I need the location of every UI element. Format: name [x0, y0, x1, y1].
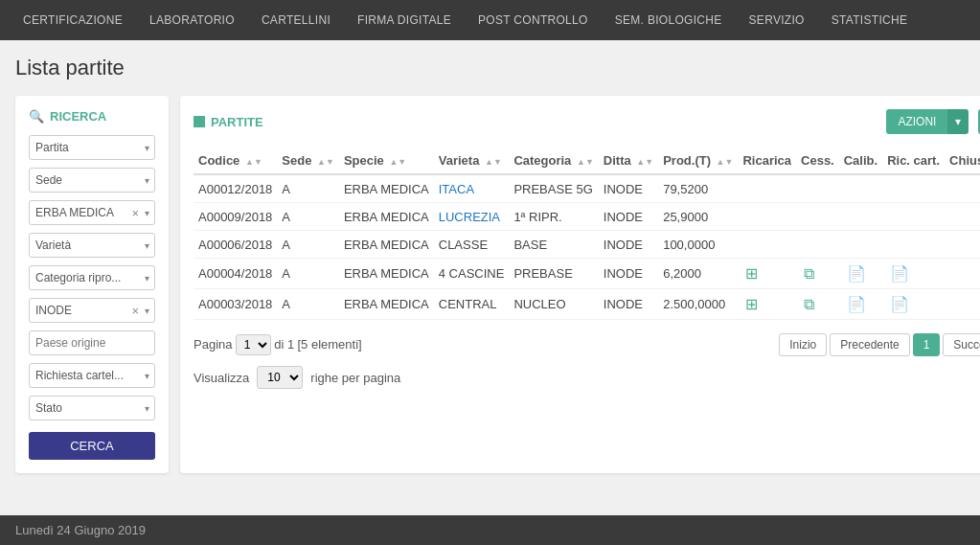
cell-ditta: INODE — [599, 203, 658, 231]
calib-file-icon[interactable]: 📄 — [844, 294, 869, 314]
main-panel: PARTITE AZIONI▾ + INSERISCI Codice ▲▼ Se… — [180, 96, 980, 473]
pag-1-button[interactable]: 1 — [913, 333, 941, 356]
ricarica-plus-icon[interactable]: ⊞ — [742, 294, 761, 314]
cell-prod: 6,2000 — [658, 259, 738, 289]
partita-select[interactable]: Partita — [29, 135, 155, 160]
cell-varieta: LUCREZIA — [434, 203, 510, 231]
cell-ditta: INODE — [599, 174, 658, 203]
nav-servizio[interactable]: SERVIZIO — [736, 0, 818, 40]
cell-specie: ERBA MEDICA — [339, 174, 434, 203]
cell-ditta: INODE — [599, 259, 658, 289]
panel-header: PARTITE AZIONI▾ + INSERISCI — [194, 109, 980, 134]
stato-select[interactable]: Stato — [29, 396, 155, 420]
cell-ditta: INODE — [599, 289, 658, 320]
col-ricarica: Ricarica — [738, 148, 796, 174]
cell-ditta: INODE — [599, 231, 658, 259]
ric-cart-file-icon[interactable]: 📄 — [887, 294, 912, 314]
specie-select[interactable]: ERBA MEDICA — [30, 201, 125, 224]
paese-input[interactable] — [29, 330, 155, 355]
nav-sem-biologiche[interactable]: SEM. BIOLOGICHE — [602, 0, 736, 40]
specie-chevron-icon: ▾ — [145, 208, 154, 218]
cell-prod: 2.500,0000 — [658, 289, 738, 320]
cell-categoria: PREBASE — [509, 259, 598, 289]
col-calib: Calib. — [839, 148, 882, 174]
categoria-select[interactable]: Categoria ripro... — [29, 265, 155, 290]
cell-categoria: BASE — [509, 231, 598, 259]
per-page-select[interactable]: 10 — [257, 366, 303, 389]
cess-copy-icon[interactable]: ⧉ — [801, 294, 817, 314]
cell-ricarica — [738, 203, 796, 231]
table-row: A00004/2018 A ERBA MEDICA 4 CASCINE PREB… — [194, 259, 980, 289]
nav-firma-digitale[interactable]: FIRMA DIGITALE — [344, 0, 465, 40]
ricarica-plus-icon[interactable]: ⊞ — [742, 263, 761, 284]
ditta-clear-button[interactable]: × — [125, 305, 145, 317]
cerca-button[interactable]: CERCA — [29, 432, 155, 460]
sort-codice-icon[interactable]: ▲▼ — [245, 157, 262, 167]
col-varieta: Varieta ▲▼ — [434, 148, 510, 174]
sort-specie-icon[interactable]: ▲▼ — [389, 157, 406, 167]
varieta-link[interactable]: ITACA — [439, 182, 474, 196]
cell-prod: 79,5200 — [658, 174, 738, 203]
sede-select[interactable]: Sede — [29, 168, 155, 193]
sort-varieta-icon[interactable]: ▲▼ — [485, 157, 502, 167]
richiesta-select-wrapper: Richiesta cartel... ▾ — [29, 363, 155, 388]
specie-select-wrapper: ERBA MEDICA × ▾ — [29, 200, 155, 225]
pag-inizio-button[interactable]: Inizio — [779, 333, 827, 356]
sort-sede-icon[interactable]: ▲▼ — [317, 157, 334, 167]
cell-ricarica — [738, 174, 796, 203]
nav-statistiche[interactable]: STATISTICHE — [818, 0, 922, 40]
cell-cess — [796, 203, 839, 231]
nav-laboratorio[interactable]: LABORATORIO — [136, 0, 248, 40]
cell-specie: ERBA MEDICA — [339, 259, 434, 289]
cell-calib — [839, 203, 882, 231]
sort-categoria-icon[interactable]: ▲▼ — [577, 157, 594, 167]
cell-calib — [839, 231, 882, 259]
table-header-row: Codice ▲▼ Sede ▲▼ Specie ▲▼ Varieta ▲▼ C… — [194, 148, 980, 174]
varieta-select[interactable]: Varietà — [29, 233, 155, 258]
calib-file-icon[interactable]: 📄 — [844, 263, 869, 284]
nav-certificazione[interactable]: CERTIFICAZIONE — [10, 0, 136, 40]
nav-post-controllo[interactable]: POST CONTROLLO — [465, 0, 602, 40]
cell-specie: ERBA MEDICA — [339, 231, 434, 259]
cell-codice: A00003/2018 — [194, 289, 277, 320]
cell-sede: A — [277, 259, 339, 289]
cell-sede: A — [277, 289, 339, 320]
pag-precedente-button[interactable]: Precedente — [830, 333, 909, 356]
pagination-area: Pagina 1 di 1 [5 elementi] Inizio Preced… — [194, 333, 980, 356]
varieta-link[interactable]: LUCREZIA — [439, 210, 500, 224]
sede-select-wrapper: Sede ▾ — [29, 168, 155, 193]
ric-cart-file-icon[interactable]: 📄 — [887, 263, 912, 284]
col-sede: Sede ▲▼ — [277, 148, 339, 174]
col-chiusura: Chiusura — [945, 148, 980, 174]
cell-chiusura — [945, 259, 980, 289]
cell-codice: A00009/2018 — [194, 203, 277, 231]
azioni-caret-button[interactable]: ▾ — [947, 109, 969, 134]
richiesta-select[interactable]: Richiesta cartel... — [29, 363, 155, 388]
panel-action-buttons: AZIONI▾ + INSERISCI — [886, 109, 980, 134]
pag-successiva-button[interactable]: Successiva — [943, 333, 980, 356]
page-select[interactable]: 1 — [236, 334, 271, 355]
cell-codice: A00006/2018 — [194, 231, 277, 259]
panel-title: PARTITE — [194, 115, 263, 129]
cell-ric-cart: 📄 — [882, 259, 945, 289]
table-row: A00006/2018 A ERBA MEDICA CLASSE BASE IN… — [194, 231, 980, 259]
cell-specie: ERBA MEDICA — [339, 203, 434, 231]
table-row: A00003/2018 A ERBA MEDICA CENTRAL NUCLEO… — [194, 289, 980, 320]
sort-ditta-icon[interactable]: ▲▼ — [636, 157, 653, 167]
pagination-buttons: Inizio Precedente 1 Successiva Fine — [779, 333, 980, 356]
nav-cartellini[interactable]: CARTELLINI — [248, 0, 344, 40]
table-row: A00009/2018 A ERBA MEDICA LUCREZIA 1ª RI… — [194, 203, 980, 231]
col-ditta: Ditta ▲▼ — [599, 148, 658, 174]
cell-cess — [796, 174, 839, 203]
partita-select-wrapper: Partita ▾ — [29, 135, 155, 160]
sort-prod-icon[interactable]: ▲▼ — [717, 157, 734, 167]
cess-copy-icon[interactable]: ⧉ — [801, 263, 817, 284]
col-prod: Prod.(T) ▲▼ — [658, 148, 738, 174]
ditta-select[interactable]: INODE — [30, 299, 125, 322]
per-page-area: Visualizza 10 righe per pagina — [194, 366, 980, 389]
cell-categoria: 1ª RIPR. — [509, 203, 598, 231]
cell-cess — [796, 231, 839, 259]
specie-clear-button[interactable]: × — [125, 207, 145, 219]
azioni-button[interactable]: AZIONI — [886, 109, 947, 134]
cell-varieta: CLASSE — [434, 231, 510, 259]
